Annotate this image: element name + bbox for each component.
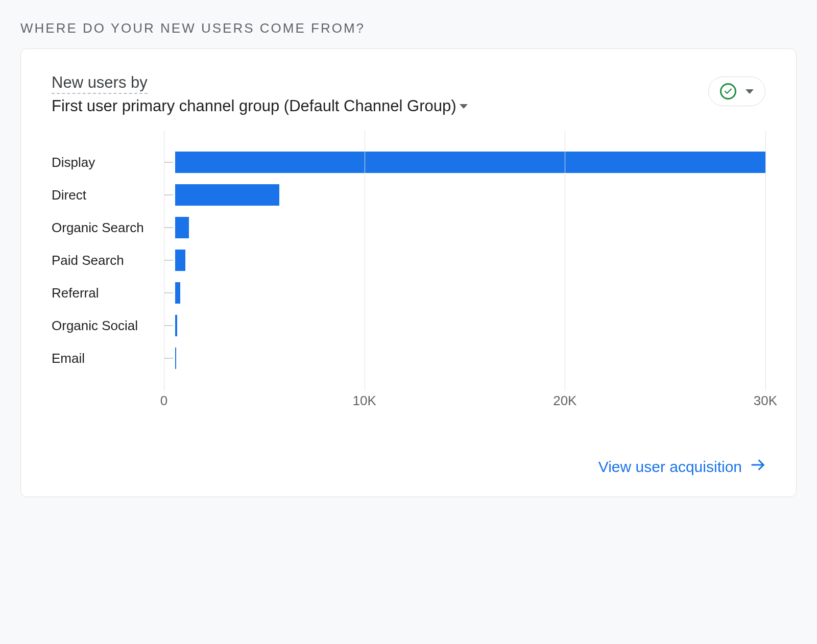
gridline (765, 131, 766, 391)
card-titles: New users by First user primary channel … (52, 73, 708, 115)
y-axis-label: Display (52, 146, 164, 179)
bar-row (164, 277, 765, 309)
metric-label[interactable]: New users by (52, 73, 148, 94)
gridline (164, 131, 164, 391)
gridline (365, 131, 365, 391)
bar[interactable] (175, 315, 177, 336)
bar[interactable] (175, 250, 185, 271)
bar[interactable] (175, 184, 279, 206)
x-tick-label: 30K (754, 393, 777, 409)
gridline (565, 131, 565, 391)
view-acquisition-link[interactable]: View user acquisition (598, 457, 765, 476)
bar-tick (164, 227, 173, 228)
acquisition-card: New users by First user primary channel … (20, 48, 797, 497)
bar-row (164, 244, 765, 277)
x-axis: 010K20K30K (164, 391, 765, 406)
y-axis-label: Organic Social (52, 309, 164, 342)
y-axis-label: Paid Search (52, 244, 164, 277)
bar-row (164, 342, 765, 375)
y-axis-label: Organic Search (52, 211, 164, 244)
bar[interactable] (175, 282, 180, 304)
bar-tick (164, 358, 173, 359)
bar-tick (164, 162, 173, 163)
plot-area: 010K20K30K (164, 131, 765, 406)
caret-down-icon (460, 104, 468, 109)
view-acquisition-label: View user acquisition (598, 458, 742, 476)
y-axis-label: Email (52, 342, 164, 375)
y-axis-label: Direct (52, 179, 164, 211)
section-title: WHERE DO YOUR NEW USERS COME FROM? (20, 20, 797, 36)
bar-row (164, 146, 765, 179)
bar-tick (164, 194, 173, 195)
status-dropdown[interactable] (708, 77, 765, 106)
x-tick-label: 0 (160, 393, 167, 409)
bar[interactable] (175, 348, 176, 369)
x-tick-label: 10K (353, 393, 376, 409)
card-footer: View user acquisition (52, 457, 765, 476)
x-tick-label: 20K (553, 393, 576, 409)
caret-down-icon (746, 89, 754, 94)
bar-row (164, 309, 765, 342)
bar-chart: Display Direct Organic Search Paid Searc… (52, 131, 765, 406)
bar[interactable] (175, 152, 765, 173)
bar[interactable] (175, 217, 189, 238)
dimension-label: First user primary channel group (Defaul… (52, 97, 456, 115)
bar-row (164, 211, 765, 244)
bar-tick (164, 292, 173, 293)
bars-container (164, 146, 765, 375)
arrow-right-icon (750, 457, 765, 476)
check-circle-icon (720, 83, 736, 100)
dimension-selector[interactable]: First user primary channel group (Defaul… (52, 97, 708, 115)
bar-tick (164, 325, 173, 326)
bar-row (164, 179, 765, 211)
card-header: New users by First user primary channel … (52, 73, 765, 115)
bar-tick (164, 260, 173, 261)
y-axis-labels: Display Direct Organic Search Paid Searc… (52, 131, 164, 406)
y-axis-label: Referral (52, 277, 164, 309)
